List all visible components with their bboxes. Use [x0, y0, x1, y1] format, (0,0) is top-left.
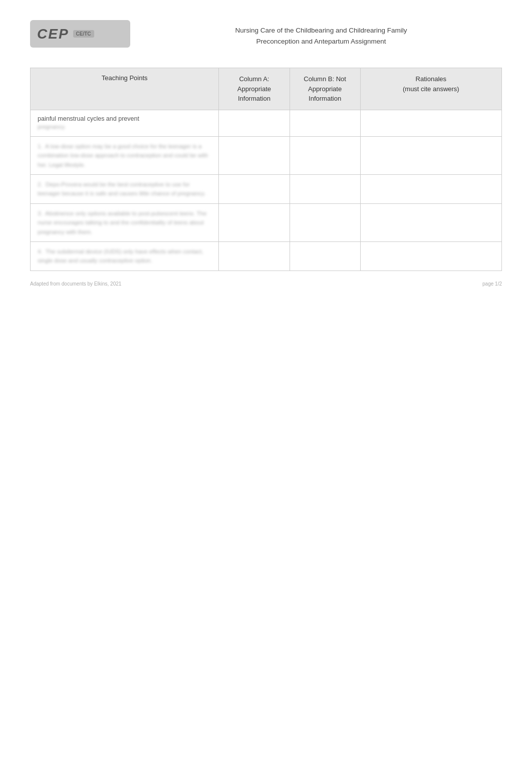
col-b-cell-4	[290, 242, 360, 271]
rationale-cell-3	[360, 203, 501, 241]
teaching-text-blurred-0: pregnancy.	[38, 122, 211, 131]
col-b-cell-1	[290, 136, 360, 174]
table-row: 1. A low-dose option may be a good choic…	[31, 136, 502, 174]
teaching-text-blurred-1: 1. A low-dose option may be a good choic…	[38, 142, 211, 169]
logo-box: CEP CE/TC	[30, 20, 130, 48]
col-a-cell-0	[219, 110, 290, 136]
col-b-cell-0	[290, 110, 360, 136]
col-a-cell-3	[219, 203, 290, 241]
col-a-header: Column A: Appropriate Information	[219, 68, 290, 110]
logo-badge: CE/TC	[73, 30, 94, 38]
footer-left: Adapted from documents by Elkins, 2021	[30, 281, 121, 287]
rationale-cell-1	[360, 136, 501, 174]
table-row: 3. Abstinence only options available to …	[31, 203, 502, 241]
table-row: 4. The subdermal device (IUDS) only have…	[31, 242, 502, 271]
col-b-header: Column B: Not Appropriate Information	[290, 68, 360, 110]
header-title-line2: Preconception and Antepartum Assignment	[140, 36, 502, 47]
header-title-line1: Nursing Care of the Childbearing and Chi…	[140, 25, 502, 36]
col-b-cell-2	[290, 175, 360, 204]
table-header-row: Teaching Points Column A: Appropriate In…	[31, 68, 502, 110]
col-rationale-header: Rationales (must cite answers)	[360, 68, 501, 110]
teaching-cell-0: painful menstrual cycles and prevent pre…	[31, 110, 219, 136]
teaching-text-blurred-3: 3. Abstinence only options available to …	[38, 209, 211, 236]
footer: Adapted from documents by Elkins, 2021 p…	[30, 281, 502, 287]
page: CEP CE/TC Nursing Care of the Childbeari…	[0, 0, 532, 782]
main-table: Teaching Points Column A: Appropriate In…	[30, 68, 502, 271]
col-a-cell-2	[219, 175, 290, 204]
header: CEP CE/TC Nursing Care of the Childbeari…	[30, 20, 502, 48]
teaching-text-visible-0: painful menstrual cycles and prevent	[38, 115, 211, 122]
teaching-cell-4: 4. The subdermal device (IUDS) only have…	[31, 242, 219, 271]
logo-area: CEP CE/TC	[30, 20, 140, 48]
rationale-cell-0	[360, 110, 501, 136]
logo-letters: CEP	[37, 26, 69, 42]
rationale-cell-2	[360, 175, 501, 204]
teaching-text-blurred-4: 4. The subdermal device (IUDS) only have…	[38, 247, 211, 266]
col-a-cell-4	[219, 242, 290, 271]
teaching-cell-3: 3. Abstinence only options available to …	[31, 203, 219, 241]
col-b-cell-3	[290, 203, 360, 241]
table-row: 2. Depo-Provera would be the best contra…	[31, 175, 502, 204]
teaching-cell-2: 2. Depo-Provera would be the best contra…	[31, 175, 219, 204]
col-teaching-header: Teaching Points	[31, 68, 219, 110]
rationale-cell-4	[360, 242, 501, 271]
footer-right: page 1/2	[482, 281, 502, 287]
col-a-cell-1	[219, 136, 290, 174]
teaching-text-blurred-2: 2. Depo-Provera would be the best contra…	[38, 180, 211, 198]
table-row: painful menstrual cycles and prevent pre…	[31, 110, 502, 136]
teaching-cell-1: 1. A low-dose option may be a good choic…	[31, 136, 219, 174]
header-title: Nursing Care of the Childbearing and Chi…	[140, 25, 502, 47]
